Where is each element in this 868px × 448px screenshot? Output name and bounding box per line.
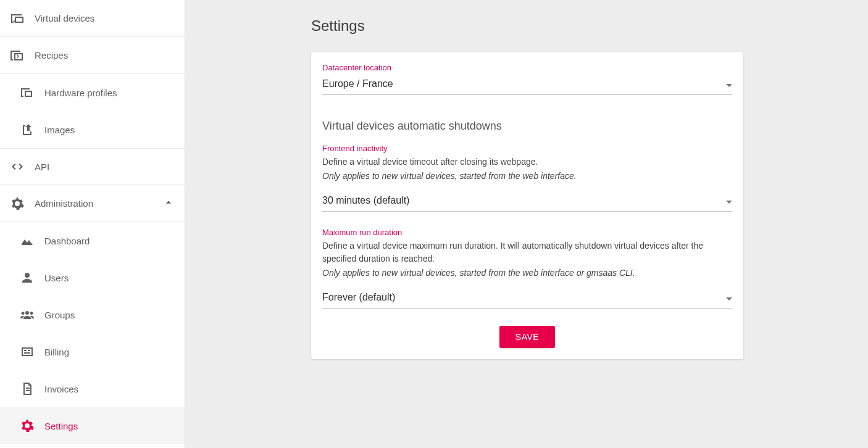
images-icon: [20, 122, 35, 137]
max-run-duration-note: Only applies to new virtual devices, sta…: [322, 267, 732, 280]
sidebar-item-users[interactable]: Users: [0, 259, 185, 296]
sidebar-item-administration[interactable]: Administration: [0, 185, 185, 222]
api-icon: [10, 159, 25, 174]
max-run-duration-label: Maximum run duration: [322, 228, 732, 237]
settings-icon: [20, 418, 35, 433]
frontend-inactivity-description: Define a virtual device timeout after cl…: [322, 156, 732, 168]
sidebar-item-virtual-devices[interactable]: Virtual devices: [0, 0, 185, 37]
sidebar-item-label: Recipes: [35, 50, 175, 60]
sidebar-item-api[interactable]: API: [0, 148, 185, 185]
sidebar-item-groups[interactable]: Groups: [0, 296, 185, 333]
sidebar-item-label: Administration: [35, 198, 162, 209]
sidebar-item-label: Groups: [44, 310, 175, 320]
sidebar-item-label: Settings: [44, 421, 175, 431]
datacenter-location-select[interactable]: Europe / France: [322, 75, 732, 95]
frontend-inactivity-value: 30 minutes (default): [322, 195, 409, 206]
sidebar-item-label: Images: [44, 125, 175, 135]
max-run-duration-description: Define a virtual device maximum run dura…: [322, 239, 732, 265]
sidebar-item-label: Billing: [44, 347, 175, 357]
sidebar-item-label: Dashboard: [44, 236, 175, 246]
sidebar-item-dashboard[interactable]: Dashboard: [0, 222, 185, 259]
settings-card: Datacenter location Europe / France Virt…: [311, 52, 743, 359]
sidebar-item-billing[interactable]: Billing: [0, 333, 185, 370]
main-content: Settings Datacenter location Europe / Fr…: [185, 0, 868, 448]
sidebar-item-label: Users: [44, 273, 175, 283]
datacenter-location-label: Datacenter location: [322, 63, 732, 72]
sidebar: Virtual devices Recipes Hardware profile…: [0, 0, 185, 448]
sidebar-item-invoices[interactable]: Invoices: [0, 370, 185, 407]
hardware-profiles-icon: [20, 85, 35, 100]
chevron-up-icon: [162, 196, 175, 210]
sidebar-item-settings[interactable]: Settings: [0, 407, 185, 444]
billing-icon: [20, 344, 35, 359]
frontend-inactivity-label: Frontend inactivity: [322, 144, 732, 153]
frontend-inactivity-note: Only applies to new virtual devices, sta…: [322, 170, 732, 183]
sidebar-item-label: Virtual devices: [35, 13, 175, 23]
sidebar-item-hardware-profiles[interactable]: Hardware profiles: [0, 74, 185, 111]
virtual-devices-icon: [10, 11, 25, 26]
max-run-duration-select[interactable]: Forever (default): [322, 288, 732, 309]
datacenter-location-value: Europe / France: [322, 78, 393, 89]
invoices-icon: [20, 381, 35, 396]
sidebar-item-images[interactable]: Images: [0, 111, 185, 148]
page-title: Settings: [311, 17, 868, 35]
frontend-inactivity-select[interactable]: 30 minutes (default): [322, 191, 732, 212]
sidebar-item-recipes[interactable]: Recipes: [0, 37, 185, 74]
groups-icon: [20, 307, 35, 322]
save-button[interactable]: SAVE: [499, 326, 555, 348]
svg-point-0: [20, 14, 22, 15]
sidebar-item-label: Invoices: [44, 384, 175, 394]
dropdown-caret-icon: [726, 292, 732, 303]
sidebar-item-label: API: [35, 162, 175, 172]
recipes-icon: [10, 48, 25, 63]
dashboard-icon: [20, 233, 35, 248]
users-icon: [20, 270, 35, 285]
dropdown-caret-icon: [726, 195, 732, 206]
dropdown-caret-icon: [726, 78, 732, 89]
auto-shutdown-section-title: Virtual devices automatic shutdowns: [322, 120, 732, 133]
sidebar-item-label: Hardware profiles: [44, 88, 175, 98]
max-run-duration-value: Forever (default): [322, 292, 395, 303]
administration-icon: [10, 196, 25, 211]
